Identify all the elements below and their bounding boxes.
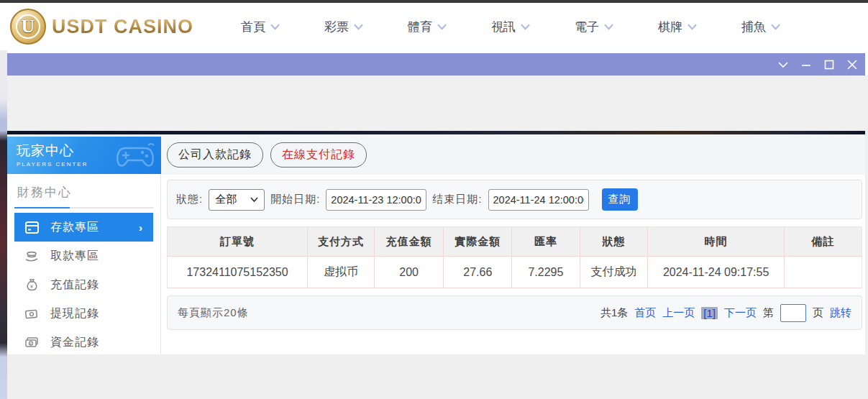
window-maximize-icon[interactable]: [823, 58, 835, 70]
main-nav: 首頁 彩票 體育 視訊 電子 棋牌: [241, 19, 780, 35]
sidebar-item-recharge-record[interactable]: ¥ 充值記錄: [14, 270, 153, 299]
sidebar-header: 玩家中心 PLAYERS CENTER: [7, 137, 161, 174]
prev-page-link[interactable]: 上一页: [662, 306, 695, 320]
sidebar-section-title: 財務中心: [17, 184, 150, 201]
site-header: U USDT CASINO 首頁 彩票 體育 視訊 電子: [0, 3, 868, 50]
brand-name: USDT CASINO: [52, 16, 193, 38]
jump-button[interactable]: 跳转: [830, 306, 851, 320]
col-status: 狀態: [580, 227, 648, 257]
cell-remark: [784, 257, 862, 288]
tab-company-deposit-records[interactable]: 公司入款記錄: [167, 142, 263, 168]
cell-status: 支付成功: [580, 257, 648, 288]
nav-item-slots[interactable]: 電子: [575, 19, 613, 35]
records-panel: 狀態: 全部 開始日期: 结束日期: 查詢: [161, 175, 865, 330]
sidebar-item-label: 充值記錄: [50, 278, 99, 293]
nav-label: 體育: [408, 19, 432, 35]
content-area: 公司入款記錄 在線支付記錄 狀態: 全部 開始日期: 结束日期: 查詢: [161, 134, 865, 354]
window-minimize-icon[interactable]: [800, 58, 812, 70]
col-actual-amount: 實際金額: [444, 227, 512, 257]
search-button[interactable]: 查詢: [602, 188, 638, 211]
end-date-input[interactable]: [488, 189, 589, 211]
status-select[interactable]: 全部: [209, 189, 265, 211]
col-recharge-amount: 充值金額: [374, 227, 444, 257]
status-label: 狀態:: [176, 193, 203, 206]
record-tabs: 公司入款記錄 在線支付記錄: [161, 134, 865, 175]
cell-pay-method: 虚拟币: [308, 257, 375, 288]
jump-prefix-label: 第: [763, 306, 774, 320]
current-page-indicator: [1]: [701, 307, 718, 319]
sidebar-item-label: 取款專區: [50, 249, 99, 264]
records-table-wrap: 訂單號 支付方式 充值金額 實際金額 匯率 狀態 時間 備註: [167, 226, 862, 288]
recharge-bag-icon: ¥: [24, 278, 39, 292]
filter-bar: 狀態: 全部 開始日期: 结束日期: 查詢: [167, 180, 862, 219]
col-remark: 備註: [784, 227, 862, 257]
right-edge-sliver: [865, 75, 868, 399]
nav-item-lottery[interactable]: 彩票: [324, 19, 363, 35]
nav-label: 棋牌: [658, 19, 682, 35]
chevron-down-icon: [687, 24, 697, 30]
first-page-link[interactable]: 首页: [634, 306, 656, 320]
sidebar: 玩家中心 PLAYERS CENTER 財務中心 存款專區 ›: [7, 134, 161, 354]
background-page-sliver: [0, 50, 7, 399]
screen: U USDT CASINO 首頁 彩票 體育 視訊 電子: [0, 0, 868, 399]
pagination-bar: 每頁顯示20條 共1条 首页 上一页 [1] 下一页 第 页 跳转: [167, 295, 862, 330]
nav-label: 彩票: [324, 19, 349, 35]
total-count: 共1条: [600, 306, 628, 320]
cell-order-no: 1732411075152350: [168, 257, 308, 288]
end-date-label: 结束日期:: [432, 193, 482, 206]
nav-item-sports[interactable]: 體育: [408, 19, 447, 35]
cell-recharge-amount: 200: [374, 257, 444, 288]
nav-label: 首頁: [241, 19, 265, 35]
withdraw-record-icon: [24, 306, 39, 321]
tab-online-payment-records[interactable]: 在線支付記錄: [270, 142, 367, 168]
deposit-card-icon: [24, 220, 39, 234]
col-rate: 匯率: [512, 227, 580, 257]
page-jump-input[interactable]: [780, 304, 806, 322]
chevron-right-icon: ›: [139, 221, 143, 234]
funds-record-icon: ¥: [24, 335, 39, 349]
next-page-link[interactable]: 下一页: [724, 306, 757, 320]
col-order-no: 訂單號: [168, 227, 308, 257]
section-underline: [14, 207, 153, 208]
jump-suffix-label: 页: [813, 306, 823, 320]
modal-titlebar: [7, 53, 865, 75]
table-header-row: 訂單號 支付方式 充值金額 實際金額 匯率 狀態 時間 備註: [168, 227, 862, 257]
logo-letter: U: [16, 14, 40, 39]
sidebar-item-withdraw[interactable]: 取款專區: [14, 242, 153, 270]
nav-item-cards[interactable]: 棋牌: [658, 19, 697, 35]
nav-item-fishing[interactable]: 捕魚: [741, 19, 780, 35]
cell-time: 2024-11-24 09:17:55: [648, 257, 784, 288]
nav-item-home[interactable]: 首頁: [241, 19, 280, 35]
sidebar-item-funds-record[interactable]: ¥ 資金記錄: [14, 328, 153, 357]
brand-logo[interactable]: U USDT CASINO: [10, 9, 193, 45]
svg-text:¥: ¥: [29, 341, 32, 346]
sidebar-item-deposit[interactable]: 存款專區 ›: [14, 213, 153, 242]
window-close-icon[interactable]: [846, 58, 858, 70]
chevron-down-icon: [604, 24, 613, 30]
chevron-down-icon: [270, 24, 280, 30]
sidebar-item-label: 資金記錄: [50, 335, 99, 350]
bottom-gray-area: [7, 354, 868, 399]
nav-label: 電子: [575, 19, 599, 35]
player-center-window: 玩家中心 PLAYERS CENTER 財務中心 存款專區 ›: [7, 134, 865, 354]
nav-item-live[interactable]: 視訊: [491, 19, 530, 35]
cell-actual-amount: 27.66: [444, 257, 512, 288]
col-time: 時間: [648, 227, 784, 257]
chevron-down-icon: [437, 24, 447, 30]
start-date-input[interactable]: [326, 189, 426, 211]
records-table: 訂單號 支付方式 充值金額 實際金額 匯率 狀態 時間 備註: [167, 226, 862, 288]
start-date-label: 開始日期:: [270, 193, 320, 206]
modal-empty-area: [7, 75, 865, 131]
chevron-down-icon: [521, 24, 530, 30]
window-collapse-icon[interactable]: [777, 58, 789, 70]
sidebar-item-withdraw-record[interactable]: 提現記錄: [14, 299, 153, 328]
pager-controls: 共1条 首页 上一页 [1] 下一页 第 页 跳转: [600, 304, 851, 322]
page-size-text: 每頁顯示20條: [178, 306, 249, 320]
cell-rate: 7.2295: [512, 257, 580, 288]
nav-label: 捕魚: [741, 19, 766, 35]
svg-text:¥: ¥: [30, 284, 34, 289]
status-select-value: 全部: [215, 193, 237, 206]
sidebar-item-label: 存款專區: [50, 220, 99, 235]
gamepad-icon: [115, 142, 155, 171]
sidebar-item-label: 提現記錄: [50, 306, 99, 321]
